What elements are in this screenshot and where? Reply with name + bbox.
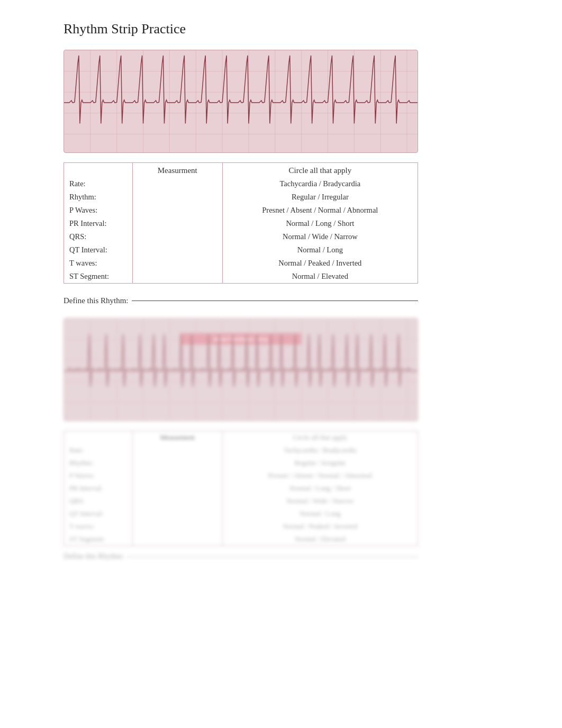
table-row: PR Interval: Normal / Long / Short [64,482,418,495]
blurred-options-qrs: Normal / Wide / Narrow [222,495,418,507]
table-row: QT Interval: Normal / Long [64,243,418,257]
table-row: QRS: Normal / Wide / Narrow [64,495,418,507]
table-row: T waves: Normal / Peaked / Inverted [64,257,418,270]
table-row: T waves: Normal / Peaked / Inverted [64,520,418,533]
blurred-options-rhythm: Regular / Irregular [222,457,418,469]
define-rhythm-underline-2 [127,557,418,557]
blurred-measure-qt [132,507,222,520]
blurred-row-rhythm: Rhythm: [64,457,133,469]
row-measure-st [132,270,222,284]
blurred-section-2: Atrial Fibrillation Strip Measurment Cir… [64,318,498,561]
blurred-row-twaves: T waves: [64,520,133,533]
blurred-header-empty [64,431,133,444]
header-measurement: Measurment [132,163,222,178]
row-label-qrs: QRS: [64,230,133,243]
blurred-row-rate: Rate: [64,444,133,457]
blurred-measure-st [132,533,222,546]
blurred-measure-twaves [132,520,222,533]
define-rhythm-2: Define this Rhythm: [64,552,418,561]
svg-rect-34 [180,333,301,345]
row-label-twaves: T waves: [64,257,133,270]
table-row: QRS: Normal / Wide / Narrow [64,230,418,243]
row-measure-twaves [132,257,222,270]
blurred-row-qrs: QRS: [64,495,133,507]
blurred-measure-pr [132,482,222,495]
row-options-pr: Normal / Long / Short [222,217,418,230]
row-measure-qt [132,243,222,257]
row-measure-pr [132,217,222,230]
blurred-row-pr: PR Interval: [64,482,133,495]
table-row: Rhythm: Regular / Irregular [64,190,418,204]
row-options-twaves: Normal / Peaked / Inverted [222,257,418,270]
row-label-rate: Rate: [64,177,133,190]
blurred-measure-qrs [132,495,222,507]
rhythm-data-table-2: Measurment Circle all that apply Rate: T… [64,431,418,546]
row-options-qt: Normal / Long [222,243,418,257]
define-rhythm-underline-1 [132,301,419,301]
header-label-empty [64,163,133,178]
row-label-st: ST Segment: [64,270,133,284]
row-options-rate: Tachycardia / Bradycardia [222,177,418,190]
page-title: Rhythm Strip Practice [64,21,498,37]
table-row: Rate: Tachycardia / Bradycardia [64,177,418,190]
blurred-row-st: ST Segment: [64,533,133,546]
row-label-rhythm: Rhythm: [64,190,133,204]
svg-text:Atrial Fibrillation Strip: Atrial Fibrillation Strip [213,336,268,342]
ecg-strip-2: Atrial Fibrillation Strip [64,318,418,421]
row-label-qt: QT Interval: [64,243,133,257]
row-measure-qrs [132,230,222,243]
blurred-options-pwaves: Presnet / Absent / Normal / Abnormal [222,469,418,482]
row-label-pwaves: P Waves: [64,204,133,217]
table-row: Rate: Tachycardia / Bradycardia [64,444,418,457]
blurred-row-qt: QT Interval: [64,507,133,520]
blurred-options-pr: Normal / Long / Short [222,482,418,495]
blurred-measure-rhythm [132,457,222,469]
row-options-rhythm: Regular / Irregular [222,190,418,204]
blurred-header-measurement: Measurment [132,431,222,444]
header-circle: Circle all that apply [222,163,418,178]
table-row: P Waves: Presnet / Absent / Normal / Abn… [64,469,418,482]
blurred-options-st: Normal / Elevated [222,533,418,546]
define-rhythm-1: Define this Rhythm: [64,296,418,305]
define-rhythm-label-1: Define this Rhythm: [64,296,129,305]
table-row: PR Interval: Normal / Long / Short [64,217,418,230]
blurred-options-rate: Tachycardia / Bradycardia [222,444,418,457]
blurred-options-twaves: Normal / Peaked / Inverted [222,520,418,533]
row-options-st: Normal / Elevated [222,270,418,284]
row-measure-rhythm [132,190,222,204]
define-rhythm-label-2: Define this Rhythm: [64,552,124,561]
table-row: P Waves: Presnet / Absent / Normal / Abn… [64,204,418,217]
row-measure-pwaves [132,204,222,217]
table-row: ST Segment: Normal / Elevated [64,533,418,546]
blurred-row-pwaves: P Waves: [64,469,133,482]
table-row: ST Segment: Normal / Elevated [64,270,418,284]
blurred-header-circle: Circle all that apply [222,431,418,444]
row-options-qrs: Normal / Wide / Narrow [222,230,418,243]
blurred-options-qt: Normal / Long [222,507,418,520]
row-label-pr: PR Interval: [64,217,133,230]
blurred-measure-rate [132,444,222,457]
table-row: Rhythm: Regular / Irregular [64,457,418,469]
ecg-strip-1 [64,50,418,153]
table-row: QT Interval: Normal / Long [64,507,418,520]
row-measure-rate [132,177,222,190]
rhythm-data-table-1: Measurment Circle all that apply Rate: T… [64,162,418,284]
row-options-pwaves: Presnet / Absent / Normal / Abnormal [222,204,418,217]
blurred-measure-pwaves [132,469,222,482]
